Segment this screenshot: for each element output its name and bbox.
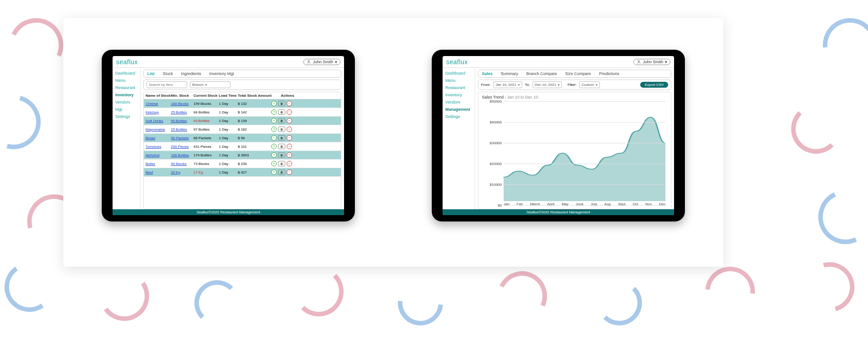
increment-button[interactable]: + — [271, 144, 277, 149]
stock-name-link[interactable]: Tomotoes — [146, 145, 171, 149]
quantity-value[interactable]: 0 — [278, 135, 285, 141]
tab-branch-compare[interactable]: Branch Compare — [526, 71, 557, 76]
current-stock: 88 Packets — [193, 136, 219, 140]
lead-time: 1 Day — [219, 102, 238, 106]
user-menu[interactable]: John Smith ▾ — [303, 59, 340, 65]
sidebar-item-inventory[interactable]: Inventory — [444, 91, 475, 99]
footer: Seaflux©2022 Restaurant Management — [443, 209, 674, 215]
sidebar-item-mgt-[interactable]: Mgt. — [114, 106, 140, 113]
row-actions: +0− — [271, 144, 304, 149]
tab-size-compare[interactable]: Size Compare — [565, 71, 591, 76]
tab-stock[interactable]: Stock — [163, 71, 173, 76]
min-stock-link[interactable]: 50 Bottles — [171, 119, 193, 123]
sidebar-item-menu[interactable]: Menu — [444, 77, 475, 84]
min-stock-link[interactable]: 20 Kg — [171, 170, 193, 174]
date-filter-bar: From: Jan 10, 2021 To: Dec 10, 2021 Filt… — [478, 80, 671, 90]
min-stock-link[interactable]: 100 Bottles — [171, 153, 193, 157]
sidebar-item-management[interactable]: Management — [444, 106, 475, 113]
quantity-value[interactable]: 0 — [278, 152, 285, 158]
body: DashboardMenuRestaurantInventoryVendorsM… — [113, 68, 344, 209]
min-stock-link[interactable]: 25 Bottles — [171, 110, 193, 114]
increment-button[interactable]: + — [271, 161, 277, 166]
decrement-button[interactable]: − — [287, 118, 292, 123]
decrement-button[interactable]: − — [287, 127, 292, 132]
row-actions: +0− — [271, 152, 304, 158]
tab-list[interactable]: List — [147, 71, 155, 76]
stock-name-link[interactable]: Mayonnaise — [146, 127, 171, 132]
sidebar-item-vendors[interactable]: Vendors — [114, 99, 140, 106]
content-inventory: ListStockIngredientsInventory Mgt Branch… — [141, 68, 344, 209]
tab-summary[interactable]: Summary — [501, 71, 519, 76]
total-amount: $ 182 — [238, 127, 271, 132]
filter-select[interactable]: Custom — [579, 81, 600, 88]
search-input[interactable] — [146, 81, 187, 88]
chart-subtitle: Jan 10 to Dec 10 — [507, 95, 538, 99]
sidebar-item-vendors[interactable]: Vendors — [444, 99, 475, 106]
stock-name-link[interactable]: Beef — [146, 170, 171, 174]
sidebar-item-settings[interactable]: Settings — [444, 113, 475, 120]
decrement-button[interactable]: − — [287, 109, 292, 115]
stock-name-link[interactable]: Bread — [146, 136, 171, 140]
stock-name-link[interactable]: Ketchup — [146, 110, 171, 114]
sidebar-item-restaurant[interactable]: Restaurant — [114, 84, 140, 91]
sidebar-item-settings[interactable]: Settings — [114, 113, 140, 120]
lead-time: 1 Day — [219, 136, 238, 140]
increment-button[interactable]: + — [271, 118, 277, 123]
sidebar-item-dashboard[interactable]: Dashboard — [444, 70, 475, 77]
export-csv-button[interactable]: Export CSV — [640, 82, 668, 88]
increment-button[interactable]: + — [271, 152, 277, 158]
min-stock-link[interactable]: 25 Bottles — [171, 127, 193, 132]
quantity-value[interactable]: 0 — [278, 161, 285, 166]
tab-inventory-mgt[interactable]: Inventory Mgt — [209, 71, 234, 76]
col-min: Min. Stock — [171, 94, 193, 98]
sidebar: DashboardMenuRestaurantInventoryVendorsM… — [443, 68, 475, 209]
decrement-button[interactable]: − — [287, 101, 292, 106]
to-date-select[interactable]: Dec 10, 2021 — [533, 81, 562, 88]
branch-select[interactable]: Branch — [190, 81, 231, 88]
min-stock-link[interactable]: 100 Blocks — [171, 102, 193, 106]
increment-button[interactable]: + — [271, 135, 277, 141]
stock-name-link[interactable]: Cheese — [146, 102, 171, 106]
decrement-button[interactable]: − — [287, 144, 292, 149]
quantity-value[interactable]: 0 — [278, 127, 285, 132]
col-cur: Current Stock — [193, 94, 219, 98]
table-row: Butter50 Blocks73 Blocks1 Day$ 230+0− — [144, 160, 341, 168]
col-actions: Actions — [271, 94, 304, 98]
current-stock: 431 Pieces — [193, 145, 219, 149]
sidebar-item-restaurant[interactable]: Restaurant — [444, 84, 475, 91]
increment-button[interactable]: + — [271, 101, 277, 106]
quantity-value[interactable]: 0 — [278, 170, 285, 175]
tab-sales[interactable]: Sales — [482, 71, 493, 76]
sidebar-item-menu[interactable]: Menu — [114, 77, 140, 84]
min-stock-link[interactable]: 200 Pieces — [171, 145, 193, 149]
current-stock: 174 Bottles — [193, 153, 219, 157]
tab-predictions[interactable]: Predictions — [599, 71, 619, 76]
stock-name-link[interactable]: Soft Drinks — [146, 119, 171, 123]
increment-button[interactable]: + — [271, 127, 277, 132]
decrement-button[interactable]: − — [287, 135, 292, 141]
quantity-value[interactable]: 0 — [278, 144, 285, 149]
from-date-select[interactable]: Jan 10, 2021 — [493, 81, 522, 88]
lead-time: 1 Day — [219, 127, 238, 132]
quantity-value[interactable]: 0 — [278, 109, 285, 115]
to-date-value: Dec 10, 2021 — [535, 83, 557, 87]
min-stock-link[interactable]: 50 Packets — [171, 136, 193, 140]
decrement-button[interactable]: − — [287, 170, 292, 175]
brand-logo: seaflux — [446, 58, 468, 66]
quantity-value[interactable]: 0 — [278, 118, 285, 123]
increment-button[interactable]: + — [271, 170, 277, 175]
total-amount: $ 142 — [238, 110, 271, 114]
min-stock-link[interactable]: 50 Blocks — [171, 162, 193, 166]
quantity-value[interactable]: 0 — [278, 101, 285, 106]
sidebar-item-dashboard[interactable]: Dashboard — [114, 70, 140, 77]
decrement-button[interactable]: − — [287, 161, 292, 166]
stock-name-link[interactable]: Butter — [146, 162, 171, 166]
stock-name-link[interactable]: Alchohol — [146, 153, 171, 157]
sidebar-item-inventory[interactable]: Inventory — [114, 91, 140, 99]
increment-button[interactable]: + — [271, 109, 277, 115]
decrement-button[interactable]: − — [287, 152, 292, 158]
current-stock: 17 Kg — [193, 170, 219, 174]
tab-ingredients[interactable]: Ingredients — [181, 71, 202, 76]
table-row: Bread50 Packets88 Packets1 Day$ 90+0− — [144, 134, 341, 142]
user-menu[interactable]: John Smith ▾ — [633, 59, 670, 65]
